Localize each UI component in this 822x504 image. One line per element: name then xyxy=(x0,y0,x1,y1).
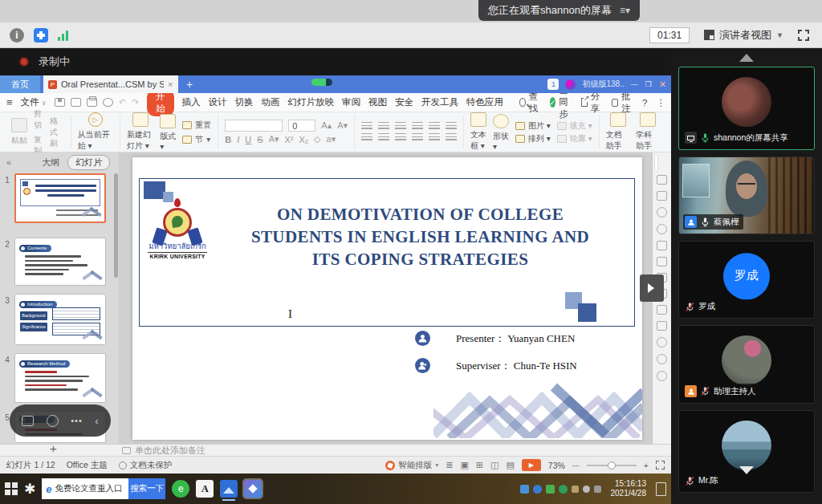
action-center-icon[interactable] xyxy=(656,482,666,496)
meeting-app-icon[interactable] xyxy=(220,480,238,498)
add-slide-button[interactable]: + xyxy=(50,441,57,455)
properties-icon[interactable] xyxy=(657,175,667,185)
play-from-current-button[interactable]: ▷ 从当前开始 ▾ xyxy=(78,112,113,152)
numbering-icon[interactable] xyxy=(378,122,389,131)
maximize-window-button[interactable]: ❐ xyxy=(645,80,652,88)
justify-icon[interactable] xyxy=(412,133,423,142)
section-button[interactable]: 节 ▾ xyxy=(182,134,211,145)
slideshow-play-button[interactable]: ▶ xyxy=(522,459,541,471)
account-avatar[interactable] xyxy=(565,79,576,90)
subscript-button[interactable]: X₂ xyxy=(299,135,309,144)
notes-placeholder[interactable]: 单击此处添加备注 xyxy=(122,445,206,457)
selection-pane-icon[interactable] xyxy=(657,305,667,315)
subject-assistant-button[interactable]: 学科助手 xyxy=(636,112,660,152)
cut-button[interactable]: 剪切 xyxy=(34,108,43,131)
slide-thumbnail-3[interactable]: 3 Introduction Background Significance xyxy=(0,294,119,345)
tab-home[interactable]: 首页 xyxy=(0,75,40,93)
superscript-button[interactable]: X² xyxy=(285,135,294,144)
menu-transition[interactable]: 切换 xyxy=(235,96,254,108)
layout-button[interactable]: 版式 ▾ xyxy=(160,114,176,151)
emoji-icon[interactable] xyxy=(47,415,59,427)
normal-view-icon[interactable]: ▣ xyxy=(460,460,468,470)
cloud-pane-icon[interactable] xyxy=(657,224,667,234)
print-preview-icon[interactable] xyxy=(103,98,113,107)
close-tab-icon[interactable]: × xyxy=(168,79,173,89)
fullscreen-button[interactable] xyxy=(798,30,809,41)
columns-icon[interactable] xyxy=(446,122,457,131)
account-badge[interactable]: 1 xyxy=(547,79,559,90)
antivirus-app-icon[interactable]: e xyxy=(172,480,189,498)
slide-title[interactable]: ON DEMOTIVATION OF COLLEGE STUDENTS IN E… xyxy=(216,203,625,270)
view-mode-button[interactable]: 演讲者视图 ▼ xyxy=(704,28,783,43)
increase-indent-icon[interactable] xyxy=(412,122,423,131)
picture-button[interactable]: 图片 ▾ xyxy=(515,120,551,132)
text-box-button[interactable]: 文本框 ▾ xyxy=(470,112,486,152)
search-input[interactable]: 免费论文查重入口 xyxy=(55,483,122,494)
outline-button[interactable]: 轮廓 ▾ xyxy=(557,133,592,144)
redo-icon[interactable]: ↷ xyxy=(132,97,139,108)
zoom-slider-handle[interactable] xyxy=(608,461,616,469)
share-button[interactable]: 分享 xyxy=(581,91,603,115)
reset-button[interactable]: 重置 xyxy=(182,120,211,131)
tab-document[interactable]: P Oral Presentat...CSM by Shannon × xyxy=(43,75,178,93)
folder-view-icon[interactable]: ▤ xyxy=(506,460,514,470)
bluetooth-icon[interactable] xyxy=(533,485,542,494)
menu-insert[interactable]: 插入 xyxy=(182,96,201,108)
meeting-info-icon[interactable]: i xyxy=(10,28,24,43)
participant-tile-shannon[interactable]: shannon的屏幕共享 xyxy=(678,67,815,150)
help-button[interactable]: ? xyxy=(642,98,647,108)
start-button[interactable] xyxy=(5,482,18,495)
history-pane-icon[interactable] xyxy=(657,354,667,364)
security-shield-icon[interactable] xyxy=(34,28,48,43)
participant-tile-assistant-host[interactable]: 助理主持人 xyxy=(678,325,815,404)
menu-security[interactable]: 安全 xyxy=(395,96,413,108)
paste-button[interactable]: 粘贴 xyxy=(11,118,27,146)
menu-review[interactable]: 审阅 xyxy=(342,96,360,108)
reading-view-icon[interactable]: ◫ xyxy=(490,460,498,470)
italic-button[interactable]: I xyxy=(237,135,239,144)
floating-meeting-controls[interactable]: ••• ‹ xyxy=(10,404,111,437)
volume-icon[interactable] xyxy=(583,486,590,493)
increase-font-icon[interactable]: A▴ xyxy=(321,120,332,131)
fill-button[interactable]: 填充 ▾ xyxy=(557,120,592,132)
zoom-out-button[interactable]: — xyxy=(572,461,580,469)
clear-format-button[interactable]: ◇ xyxy=(314,134,320,144)
decrease-font-icon[interactable]: A▾ xyxy=(337,120,348,131)
panel-expander-tab[interactable] xyxy=(640,274,664,302)
menu-animation[interactable]: 动画 xyxy=(262,96,280,108)
strikethrough-button[interactable]: S xyxy=(257,135,262,144)
undo-icon[interactable]: ↶ xyxy=(119,97,126,108)
vertical-scrollbar[interactable] xyxy=(654,154,658,172)
chart-pane-icon[interactable] xyxy=(657,257,667,266)
menu-features[interactable]: 特色应用 xyxy=(466,96,503,108)
fit-screen-icon[interactable] xyxy=(656,461,665,469)
phonetic-button[interactable]: a▾ xyxy=(327,134,336,144)
smart-layout-button[interactable]: 智能排版 ▾ xyxy=(385,460,438,471)
zoom-in-button[interactable]: + xyxy=(644,461,649,470)
media-pane-icon[interactable] xyxy=(657,321,667,331)
participant-tile-luocheng[interactable]: 罗成 罗成 xyxy=(678,241,815,319)
pinwheel-app-icon[interactable]: ✱ xyxy=(24,481,35,498)
search-go-button[interactable]: 搜索一下 xyxy=(128,478,165,499)
scroll-down-icon[interactable] xyxy=(739,474,754,489)
menu-file[interactable]: 文件 ∨ xyxy=(21,96,47,108)
menu-slideshow[interactable]: 幻灯片放映 xyxy=(288,96,335,108)
decrease-indent-icon[interactable] xyxy=(395,122,406,131)
close-window-button[interactable]: ✕ xyxy=(659,79,666,90)
slide-thumbnail-1[interactable]: 1 xyxy=(0,173,119,223)
banner-menu-icon[interactable]: ≡▾ xyxy=(620,5,630,16)
menu-view[interactable]: 视图 xyxy=(368,96,387,108)
collapse-panel-icon[interactable]: « xyxy=(6,157,11,167)
participant-tile-caipeihua[interactable]: 蔡佩樺 xyxy=(678,156,815,234)
help-pane-icon[interactable] xyxy=(657,371,667,381)
distribute-icon[interactable] xyxy=(429,133,440,142)
wps-app-icon[interactable] xyxy=(244,480,262,498)
new-slide-button[interactable]: 新建幻灯片 ▾ xyxy=(127,112,153,152)
new-tab-button[interactable]: + xyxy=(178,75,201,93)
tray-app-icon[interactable] xyxy=(520,485,529,494)
more-menu-icon[interactable]: ⋮ xyxy=(657,97,666,108)
save-icon[interactable] xyxy=(55,98,65,107)
font-color-button[interactable]: A▾ xyxy=(269,134,279,144)
protection-status[interactable]: 文档未保护 xyxy=(119,460,173,471)
theme-name[interactable]: Office 主题 xyxy=(67,460,108,471)
